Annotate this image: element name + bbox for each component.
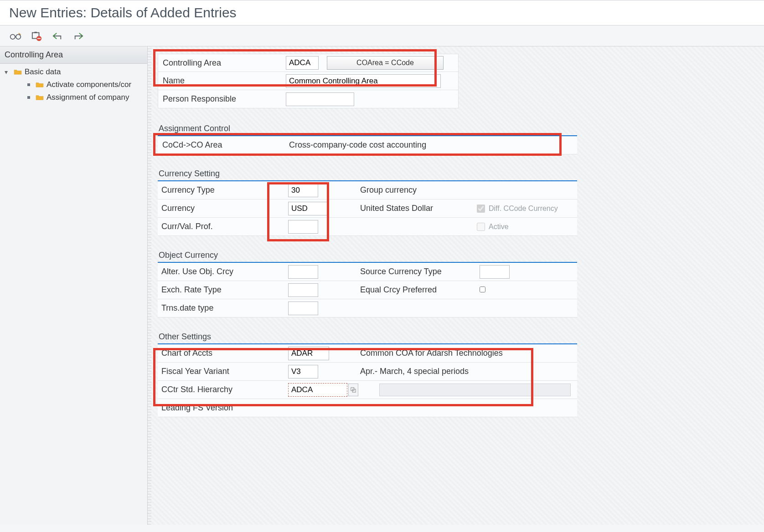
label-cocd-co-area: CoCd->CO Area — [158, 140, 285, 150]
tree-node-activate-components[interactable]: Activate components/cor — [2, 78, 147, 91]
label-curr-val-prof: Curr/Val. Prof. — [158, 222, 285, 231]
toolbar — [0, 26, 764, 46]
input-controlling-area[interactable] — [286, 56, 319, 70]
label-active: Active — [489, 223, 509, 231]
group-title: Assignment Control — [158, 121, 577, 136]
row-chart-of-accts: Chart of Accts Common COA for Adarsh Tec… — [158, 344, 577, 363]
input-currency-type[interactable] — [288, 184, 318, 197]
tree-node-label: Basic data — [25, 67, 61, 77]
header-block: Controlling Area COArea = CCode Name Per… — [158, 54, 759, 108]
coarea-ccode-button[interactable]: COArea = CCode — [327, 56, 444, 70]
checkbox-active — [477, 223, 485, 231]
checkbox-diff-ccode — [477, 205, 485, 213]
group-assignment-control: Assignment Control CoCd->CO Area Cross-c… — [158, 121, 759, 154]
delete-icon[interactable] — [30, 30, 43, 42]
svg-rect-5 — [37, 38, 41, 39]
input-source-currency-type[interactable] — [480, 265, 510, 279]
prev-entry-icon[interactable] — [51, 30, 64, 42]
checkbox-active-row: Active — [477, 223, 614, 231]
label-chart-of-accts: Chart of Accts — [158, 348, 285, 358]
title-bar: New Entries: Details of Added Entries — [0, 0, 764, 26]
input-cctr-std-hierarchy[interactable] — [288, 383, 347, 397]
checkbox-diff-ccode-currency: Diff. CCode Currency — [477, 205, 614, 213]
input-chart-of-accts[interactable] — [288, 347, 329, 360]
tree-node-assignment-company[interactable]: Assignment of company — [2, 91, 147, 104]
desc-chart-of-accts: Common COA for Adarsh Technologies — [358, 348, 577, 358]
desc-fiscal-year-variant: Apr.- March, 4 special periods — [358, 367, 577, 376]
row-name: Name — [158, 72, 459, 90]
svg-rect-3 — [34, 31, 37, 33]
row-controlling-area: Controlling Area COArea = CCode — [158, 54, 459, 72]
value-help-icon[interactable] — [348, 384, 358, 396]
row-cocd-co-area: CoCd->CO Area Cross-company-code cost ac… — [158, 136, 577, 154]
group-currency-setting: Currency Setting Currency Type Group cur… — [158, 166, 759, 236]
label-name: Name — [158, 76, 286, 86]
splitter-handle[interactable] — [148, 46, 151, 525]
glasses-icon[interactable] — [9, 30, 22, 42]
sidebar: Controlling Area ▾ Basic data Activate c… — [0, 46, 148, 525]
desc-currency-type: Group currency — [358, 185, 477, 195]
main-content: Controlling Area COArea = CCode Name Per… — [148, 46, 764, 525]
input-trns-date-type[interactable] — [288, 302, 318, 315]
label-currency: Currency — [158, 204, 285, 213]
label-equal-crcy-preferred: Equal Crcy Preferred — [358, 285, 477, 295]
group-object-currency: Object Currency Alter. Use Obj. Crcy Sou… — [158, 248, 759, 317]
row-fiscal-year-variant: Fiscal Year Variant Apr.- March, 4 speci… — [158, 363, 577, 381]
row-currency-type: Currency Type Group currency — [158, 181, 577, 200]
group-title: Other Settings — [158, 329, 577, 344]
row-exch-rate-type: Exch. Rate Type Equal Crcy Preferred — [158, 281, 577, 299]
next-entry-icon[interactable] — [72, 30, 85, 42]
svg-point-1 — [16, 34, 21, 39]
row-currency: Currency United States Dollar Diff. CCod… — [158, 200, 577, 218]
desc-cctr-std-hierarchy — [379, 384, 571, 396]
bullet-icon — [27, 83, 30, 86]
input-fiscal-year-variant[interactable] — [288, 365, 318, 379]
sidebar-header: Controlling Area — [0, 46, 147, 64]
bullet-icon — [27, 96, 30, 99]
tree-node-basic-data[interactable]: ▾ Basic data — [2, 66, 147, 78]
row-curr-val-prof: Curr/Val. Prof. Active — [158, 218, 577, 236]
group-title: Object Currency — [158, 248, 577, 263]
label-diff-ccode: Diff. CCode Currency — [489, 205, 558, 213]
label-trns-date-type: Trns.date type — [158, 303, 285, 313]
input-person-responsible[interactable] — [286, 92, 354, 106]
label-controlling-area: Controlling Area — [158, 58, 286, 68]
label-currency-type: Currency Type — [158, 185, 285, 195]
svg-point-0 — [10, 34, 15, 39]
row-cctr-std-hierarchy: CCtr Std. Hierarchy — [158, 381, 577, 399]
group-title: Currency Setting — [158, 166, 577, 181]
value-cocd-co-area[interactable]: Cross-company-code cost accounting — [285, 140, 577, 150]
label-cctr-std-hierarchy: CCtr Std. Hierarchy — [158, 385, 285, 394]
desc-currency: United States Dollar — [358, 204, 477, 213]
label-leading-fs-version: Leading FS Version — [158, 403, 285, 413]
label-alter-use-obj: Alter. Use Obj. Crcy — [158, 267, 285, 276]
row-alter-use-obj: Alter. Use Obj. Crcy Source Currency Typ… — [158, 263, 577, 281]
label-fiscal-year-variant: Fiscal Year Variant — [158, 367, 285, 376]
input-alter-use-obj[interactable] — [288, 265, 318, 279]
group-other-settings: Other Settings Chart of Accts Common COA… — [158, 329, 759, 417]
input-currency[interactable] — [288, 202, 329, 215]
page-title: New Entries: Details of Added Entries — [9, 5, 755, 20]
label-person-responsible: Person Responsible — [158, 94, 286, 104]
label-exch-rate-type: Exch. Rate Type — [158, 285, 285, 295]
row-trns-date-type: Trns.date type — [158, 299, 577, 317]
checkbox-equal-crcy[interactable] — [480, 286, 485, 292]
label-source-currency-type: Source Currency Type — [358, 267, 477, 276]
tree-node-label: Activate components/cor — [46, 80, 131, 89]
input-name[interactable] — [286, 74, 441, 88]
input-exch-rate-type[interactable] — [288, 283, 318, 297]
tree-node-label: Assignment of company — [46, 93, 129, 102]
row-person-responsible: Person Responsible — [158, 90, 459, 108]
row-leading-fs-version: Leading FS Version — [158, 399, 577, 417]
chevron-down-icon[interactable]: ▾ — [5, 68, 11, 76]
nav-tree: ▾ Basic data Activate components/cor Ass… — [0, 64, 147, 104]
input-curr-val-prof[interactable] — [288, 220, 318, 234]
